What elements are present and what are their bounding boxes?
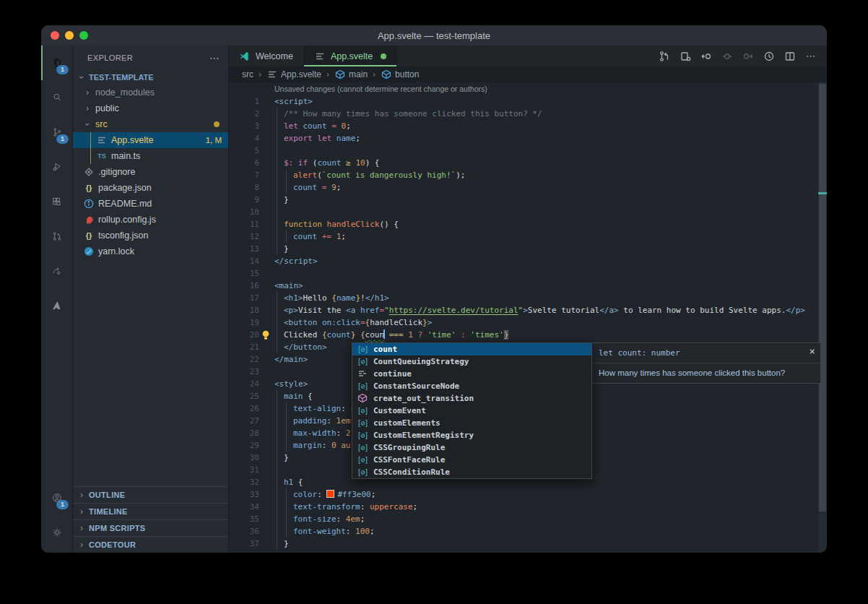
code-line[interactable]: 16<main> <box>229 280 827 292</box>
line-number[interactable]: 4 <box>229 132 274 144</box>
line-number[interactable]: 3 <box>229 120 274 132</box>
line-number[interactable]: 17 <box>229 292 274 304</box>
tree-item-readme-md[interactable]: README.md <box>73 196 228 212</box>
code-line[interactable]: 2/** How many times has someone clicked … <box>229 108 827 120</box>
code-line[interactable]: 14</script> <box>229 255 827 267</box>
code-line[interactable]: 8count = 9; <box>229 181 827 194</box>
code-line[interactable]: 5 <box>229 144 827 157</box>
line-number[interactable]: 12 <box>229 230 274 243</box>
code-line[interactable]: 17<h1>Hello {name}!</h1> <box>229 292 827 304</box>
code-line[interactable]: 35font-size: 4em; <box>229 513 827 525</box>
code-line[interactable]: 9} <box>229 194 827 206</box>
section-timeline[interactable]: ›TIMELINE <box>73 503 228 519</box>
tree-item-public[interactable]: ›public <box>73 100 228 116</box>
activity-explorer[interactable]: 1 <box>41 46 72 80</box>
activity-accounts[interactable]: 1 <box>41 480 72 515</box>
activity-github-pull-requests[interactable] <box>41 219 72 254</box>
file-history-button[interactable] <box>763 51 775 62</box>
code-line[interactable]: 36font-weight: 100; <box>229 525 827 538</box>
line-number[interactable]: 33 <box>229 488 274 501</box>
code-line[interactable]: 3let count = 0; <box>229 120 827 132</box>
line-number[interactable]: 5 <box>229 144 274 157</box>
tree-item-rollup-config-js[interactable]: rollup.config.js <box>73 212 228 228</box>
split-editor-button[interactable] <box>784 51 796 62</box>
activity-extensions[interactable] <box>41 184 72 219</box>
line-number[interactable]: 26 <box>229 402 274 415</box>
line-number[interactable]: 2 <box>229 108 274 120</box>
tab-app-svelte[interactable]: App.svelte <box>304 46 397 66</box>
line-number[interactable]: 30 <box>229 452 274 464</box>
line-number[interactable]: 21 <box>229 341 274 353</box>
suggest-item-cssfontfacerule[interactable]: [⊘]CSSFontFaceRule <box>352 454 591 466</box>
code-line[interactable]: 34text-transform: uppercase; <box>229 501 827 513</box>
line-number[interactable]: 7 <box>229 169 274 181</box>
breadcrumb-src[interactable]: src <box>242 69 253 79</box>
minimize-traffic-light[interactable] <box>65 31 74 40</box>
code-line[interactable]: 4export let name; <box>229 132 827 144</box>
line-number[interactable]: 15 <box>229 267 274 280</box>
code-line[interactable]: 37} <box>229 538 827 550</box>
suggest-item-continue[interactable]: continue <box>352 368 591 380</box>
code-line[interactable]: 7alert(`count is dangerously high!`); <box>229 169 827 181</box>
tree-item-yarn-lock[interactable]: yarn.lock <box>73 243 228 259</box>
project-root-row[interactable]: › TEST-TEMPLATE <box>73 69 228 85</box>
scrollbar-thumb[interactable] <box>819 84 826 512</box>
tree-item-node-modules[interactable]: ›node_modules <box>73 85 228 100</box>
line-number[interactable]: 9 <box>229 194 274 206</box>
activity-source-control[interactable]: 1 <box>41 115 72 150</box>
suggest-item-constantsourcenode[interactable]: [⊘]ConstantSourceNode <box>352 380 591 392</box>
line-number[interactable]: 27 <box>229 415 274 427</box>
line-number[interactable]: 1 <box>229 95 274 108</box>
line-number[interactable]: 18 <box>229 304 274 316</box>
breadcrumb-main[interactable]: main <box>334 69 368 80</box>
activity-search[interactable] <box>41 80 72 115</box>
line-number[interactable]: 19 <box>229 316 274 329</box>
activity-settings[interactable] <box>41 515 72 550</box>
suggest-item-customelements[interactable]: [⊘]customElements <box>352 417 591 429</box>
suggest-item-countqueuingstrategy[interactable]: [⊘]CountQueuingStrategy <box>352 355 591 368</box>
line-number[interactable]: 34 <box>229 501 274 513</box>
code-line[interactable]: 10 <box>229 206 827 218</box>
breadcrumb-app-svelte[interactable]: App.svelte <box>266 69 321 80</box>
zoom-traffic-light[interactable] <box>79 31 88 40</box>
code-line[interactable]: 1<script> <box>229 95 827 108</box>
line-number[interactable]: 37 <box>229 538 274 550</box>
suggest-item-count[interactable]: [⊘]count <box>352 343 591 355</box>
code-line[interactable]: 20Clicked {count} {coun === 1 ? 'time' :… <box>229 329 827 341</box>
activity-live-share[interactable] <box>41 254 72 288</box>
section-npm-scripts[interactable]: ›NPM SCRIPTS <box>73 519 228 536</box>
next-change-button[interactable] <box>742 51 754 62</box>
tab-welcome[interactable]: Welcome <box>229 46 304 66</box>
gitlens-graph-button[interactable] <box>659 51 670 62</box>
line-number[interactable]: 10 <box>229 206 274 218</box>
line-number[interactable]: 24 <box>229 378 274 390</box>
line-number[interactable]: 6 <box>229 157 274 169</box>
tree-item-app-svelte[interactable]: App.svelte1, M <box>73 132 228 148</box>
code-line[interactable]: 15 <box>229 267 827 280</box>
line-number[interactable]: 13 <box>229 243 274 255</box>
line-number[interactable]: 25 <box>229 390 274 402</box>
open-previous-change-button[interactable] <box>700 51 712 62</box>
tree-item-tsconfig-json[interactable]: {}tsconfig.json <box>73 228 228 243</box>
suggest-item-customelementregistry[interactable]: [⊘]CustomElementRegistry <box>352 429 591 441</box>
line-number[interactable]: 23 <box>229 366 274 378</box>
breadcrumb-button[interactable]: button <box>381 69 419 80</box>
activity-azure[interactable] <box>41 288 72 323</box>
code-line[interactable]: 6$: if (count ≥ 10) { <box>229 157 827 169</box>
line-number[interactable]: 35 <box>229 513 274 525</box>
line-number[interactable]: 11 <box>229 218 274 230</box>
code-line[interactable]: 33color: #ff3e00; <box>229 488 827 501</box>
code-editor[interactable]: Unsaved changes (cannot determine recent… <box>229 82 827 553</box>
open-changes-button[interactable] <box>680 51 691 62</box>
tree-item-package-json[interactable]: {}package.json <box>73 180 228 196</box>
close-icon[interactable]: × <box>810 346 815 356</box>
line-number[interactable]: 22 <box>229 353 274 366</box>
suggest-item-customevent[interactable]: [⊘]CustomEvent <box>352 405 591 417</box>
line-number[interactable]: 16 <box>229 280 274 292</box>
activity-run-debug[interactable] <box>41 150 72 184</box>
suggest-item-cssconditionrule[interactable]: [⊘]CSSConditionRule <box>352 466 591 478</box>
tree-item--gitignore[interactable]: .gitignore <box>73 164 228 180</box>
tree-item-src[interactable]: ›src <box>73 116 228 132</box>
line-number[interactable]: 29 <box>229 439 274 452</box>
line-number[interactable]: 32 <box>229 476 274 488</box>
